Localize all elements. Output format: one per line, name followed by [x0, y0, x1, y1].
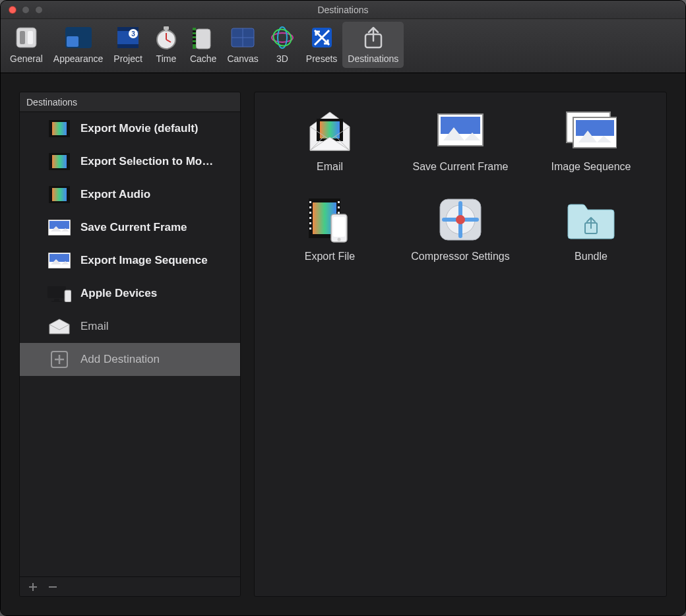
- dest-template-export-file[interactable]: Export File: [268, 197, 392, 262]
- svg-rect-71: [309, 217, 311, 219]
- svg-rect-73: [309, 228, 311, 230]
- destination-templates-grid: Email Save Current Frame Image Sequence: [268, 107, 653, 262]
- svg-rect-2: [28, 31, 33, 44]
- svg-rect-17: [193, 30, 196, 32]
- svg-rect-46: [49, 221, 69, 229]
- svg-rect-44: [52, 188, 67, 201]
- svg-rect-76: [338, 212, 340, 214]
- svg-point-85: [456, 215, 465, 224]
- sidebar-footer: [20, 576, 240, 596]
- image-stack-icon: [565, 107, 617, 153]
- dest-template-label: Bundle: [575, 251, 608, 262]
- sidebar-item-save-frame[interactable]: Save Current Frame: [20, 211, 240, 244]
- svg-rect-35: [49, 135, 51, 136]
- image-icon: [47, 218, 71, 237]
- tab-canvas[interactable]: Canvas: [222, 22, 263, 68]
- svg-rect-65: [576, 120, 614, 136]
- sidebar-item-export-audio[interactable]: Export Audio: [20, 178, 240, 211]
- dest-template-compressor[interactable]: Compressor Settings: [398, 197, 522, 262]
- tab-3d[interactable]: 3D: [264, 22, 301, 68]
- sidebar-header: Destinations: [20, 92, 240, 112]
- tab-label: Project: [113, 53, 142, 64]
- sidebar-item-apple-devices[interactable]: Apple Devices: [20, 277, 240, 310]
- sidebar-item-image-sequence[interactable]: Export Image Sequence: [20, 244, 240, 277]
- add-button[interactable]: [28, 582, 38, 592]
- svg-rect-42: [52, 155, 67, 168]
- tab-general[interactable]: General: [5, 22, 48, 68]
- svg-rect-50: [54, 299, 59, 301]
- canvas-icon: [230, 24, 256, 51]
- tab-label: Canvas: [227, 53, 258, 64]
- svg-rect-15: [196, 29, 210, 49]
- project-icon: 3: [115, 24, 141, 51]
- dest-template-bundle[interactable]: Bundle: [529, 197, 653, 262]
- dest-template-label: Export File: [305, 251, 355, 262]
- tab-label: 3D: [276, 53, 288, 64]
- svg-rect-48: [49, 254, 69, 262]
- tab-label: Cache: [190, 53, 216, 64]
- filmstrip-icon: [47, 152, 71, 171]
- appearance-icon: [65, 24, 92, 51]
- image-icon: [47, 251, 71, 270]
- sidebar-item-label: Email: [80, 320, 109, 333]
- svg-rect-1: [20, 31, 25, 44]
- tab-presets[interactable]: Presets: [301, 22, 342, 68]
- envelope-icon: [304, 107, 356, 153]
- dest-template-save-frame[interactable]: Save Current Frame: [398, 107, 522, 173]
- devices-icon: [47, 284, 71, 303]
- dest-template-email[interactable]: Email: [268, 107, 392, 173]
- svg-rect-12: [165, 29, 168, 32]
- sidebar-item-label: Export Selection to Mo…: [80, 155, 213, 168]
- tab-cache[interactable]: Cache: [185, 22, 222, 68]
- minimize-window-button[interactable]: [22, 6, 30, 14]
- svg-rect-51: [51, 301, 62, 302]
- svg-rect-30: [52, 122, 67, 135]
- sidebar-item-label: Save Current Frame: [80, 221, 187, 234]
- preferences-window: Destinations General Appearance 3 Projec…: [0, 0, 686, 616]
- export-file-icon: [304, 197, 356, 243]
- tab-label: Presets: [306, 53, 337, 64]
- destinations-icon: [360, 24, 387, 51]
- sidebar-item-label: Export Audio: [80, 188, 150, 201]
- plus-icon: [47, 350, 71, 369]
- sidebar-item-label: Export Image Sequence: [80, 254, 208, 267]
- svg-rect-70: [309, 212, 311, 214]
- tab-label: Time: [156, 53, 177, 64]
- 3d-icon: [269, 24, 296, 51]
- svg-rect-39: [68, 131, 69, 133]
- svg-rect-38: [68, 128, 69, 129]
- sidebar-item-export-movie[interactable]: Export Movie (default): [20, 112, 240, 145]
- dest-template-image-sequence[interactable]: Image Sequence: [529, 107, 653, 173]
- svg-rect-0: [16, 28, 36, 47]
- svg-rect-36: [68, 121, 69, 123]
- destinations-sidebar: Destinations Export Movie (default) Expo…: [19, 92, 241, 597]
- zoom-window-button[interactable]: [35, 6, 43, 14]
- tab-destinations[interactable]: Destinations: [342, 22, 404, 68]
- svg-rect-32: [49, 125, 51, 126]
- tab-appearance[interactable]: Appearance: [48, 22, 109, 68]
- svg-rect-68: [309, 201, 311, 203]
- tab-project[interactable]: 3 Project: [108, 22, 148, 68]
- preferences-toolbar: General Appearance 3 Project Time Cache: [1, 19, 685, 73]
- svg-rect-74: [338, 201, 340, 203]
- svg-rect-20: [193, 42, 196, 44]
- filmstrip-icon: [47, 119, 71, 138]
- svg-rect-4: [67, 36, 78, 47]
- tab-time[interactable]: Time: [148, 22, 185, 68]
- sidebar-item-label: Add Destination: [80, 353, 160, 366]
- svg-point-26: [270, 26, 294, 49]
- sidebar-item-add-destination[interactable]: Add Destination: [20, 343, 240, 376]
- close-window-button[interactable]: [9, 6, 16, 14]
- dest-template-label: Compressor Settings: [411, 251, 509, 262]
- svg-rect-33: [49, 128, 51, 129]
- tab-label: Appearance: [53, 53, 104, 64]
- sidebar-item-email[interactable]: Email: [20, 310, 240, 343]
- sidebar-item-export-selection[interactable]: Export Selection to Mo…: [20, 145, 240, 178]
- remove-button[interactable]: [47, 582, 58, 592]
- svg-point-82: [338, 238, 341, 241]
- dest-template-label: Save Current Frame: [413, 161, 509, 173]
- time-icon: [153, 24, 179, 51]
- filmstrip-icon: [47, 185, 71, 204]
- dest-template-label: Email: [317, 161, 343, 173]
- svg-rect-19: [193, 38, 196, 40]
